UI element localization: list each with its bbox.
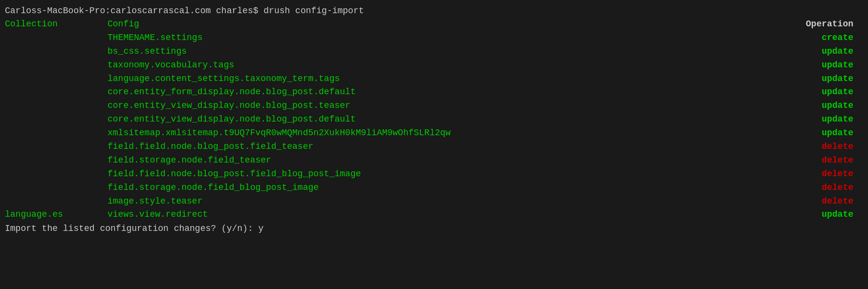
- cell-collection: [5, 45, 108, 59]
- cell-operation: delete: [804, 181, 863, 195]
- table-header: Collection Config Operation: [0, 18, 868, 31]
- cell-config: core.entity_view_display.node.blog_post.…: [108, 99, 804, 113]
- cell-collection: [5, 154, 108, 167]
- confirm-prompt: Import the listed configuration changes?…: [0, 222, 868, 235]
- cell-collection: [5, 72, 108, 86]
- cell-config: views.view.redirect: [108, 208, 804, 222]
- table-row: taxonomy.vocabulary.tagsupdate: [0, 59, 868, 72]
- cell-collection: [5, 167, 108, 181]
- cell-operation: update: [804, 72, 863, 86]
- cell-collection: [5, 140, 108, 154]
- cell-collection: [5, 126, 108, 140]
- header-operation: Operation: [804, 18, 863, 31]
- cell-config: language.content_settings.taxonomy_term.…: [108, 72, 804, 86]
- cell-operation: update: [804, 126, 863, 140]
- cell-operation: delete: [804, 195, 863, 208]
- cell-collection: language.es: [5, 208, 108, 222]
- cell-operation: delete: [804, 154, 863, 167]
- confirm-text: Import the listed configuration changes?…: [5, 224, 263, 233]
- cell-config: field.field.node.blog_post.field_blog_po…: [108, 167, 804, 181]
- table-row: image.style.teaserdelete: [0, 195, 868, 208]
- cell-collection: [5, 99, 108, 113]
- cell-collection: [5, 31, 108, 45]
- terminal-window: Carloss-MacBook-Pro:carloscarrascal.com …: [0, 0, 868, 239]
- cell-config: field.storage.node.field_teaser: [108, 154, 804, 167]
- cell-operation: update: [804, 59, 863, 72]
- table-row: language.content_settings.taxonomy_term.…: [0, 72, 868, 86]
- table-row: field.storage.node.field_blog_post_image…: [0, 181, 868, 195]
- cell-config: taxonomy.vocabulary.tags: [108, 59, 804, 72]
- cell-config: image.style.teaser: [108, 195, 804, 208]
- table-row: field.storage.node.field_teaserdelete: [0, 154, 868, 167]
- cell-config: xmlsitemap.xmlsitemap.t9UQ7FvqR0wMQMnd5n…: [108, 126, 804, 140]
- cell-operation: update: [804, 45, 863, 59]
- cell-config: field.storage.node.field_blog_post_image: [108, 181, 804, 195]
- cell-config: core.entity_view_display.node.blog_post.…: [108, 113, 804, 126]
- table-row: bs_css.settingsupdate: [0, 45, 868, 59]
- table-row: language.esviews.view.redirectupdate: [0, 208, 868, 222]
- cell-collection: [5, 85, 108, 99]
- cell-collection: [5, 195, 108, 208]
- table-row: core.entity_form_display.node.blog_post.…: [0, 85, 868, 99]
- table-row: core.entity_view_display.node.blog_post.…: [0, 99, 868, 113]
- table-row: field.field.node.blog_post.field_blog_po…: [0, 167, 868, 181]
- cell-collection: [5, 181, 108, 195]
- header-collection: Collection: [5, 18, 108, 31]
- cell-config: core.entity_form_display.node.blog_post.…: [108, 85, 804, 99]
- cell-config: bs_css.settings: [108, 45, 804, 59]
- cell-config: field.field.node.blog_post.field_teaser: [108, 140, 804, 154]
- prompt-text: Carloss-MacBook-Pro:carloscarrascal.com …: [5, 6, 364, 16]
- cell-operation: update: [804, 99, 863, 113]
- cell-operation: update: [804, 85, 863, 99]
- table-row: core.entity_view_display.node.blog_post.…: [0, 113, 868, 126]
- cell-operation: update: [804, 113, 863, 126]
- table-body: THEMENAME.settingscreatebs_css.settingsu…: [0, 31, 868, 222]
- cell-operation: delete: [804, 167, 863, 181]
- cell-config: THEMENAME.settings: [108, 31, 804, 45]
- cell-operation: update: [804, 208, 863, 222]
- cell-collection: [5, 59, 108, 72]
- cell-operation: create: [804, 31, 863, 45]
- cell-collection: [5, 113, 108, 126]
- cell-operation: delete: [804, 140, 863, 154]
- table-row: THEMENAME.settingscreate: [0, 31, 868, 45]
- table-row: xmlsitemap.xmlsitemap.t9UQ7FvqR0wMQMnd5n…: [0, 126, 868, 140]
- command-prompt: Carloss-MacBook-Pro:carloscarrascal.com …: [0, 4, 868, 18]
- table-row: field.field.node.blog_post.field_teaserd…: [0, 140, 868, 154]
- header-config: Config: [108, 18, 804, 31]
